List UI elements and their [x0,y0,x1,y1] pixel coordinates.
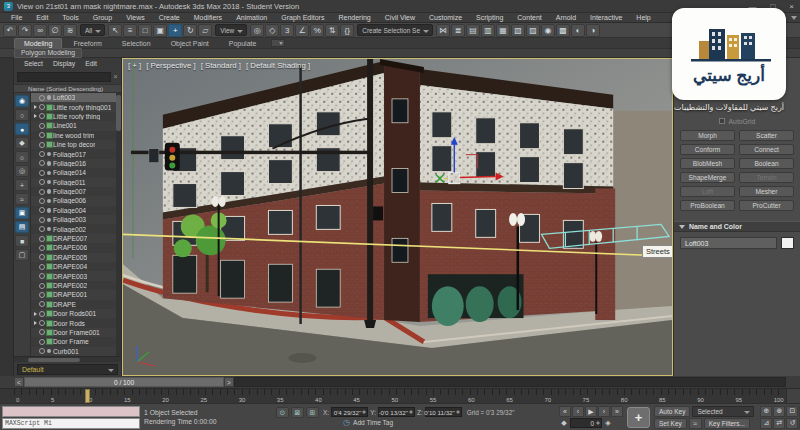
toggle-layer-explorer-icon[interactable]: ▥ [481,24,495,37]
select-object-icon[interactable]: ↖ [108,24,122,37]
play-icon[interactable]: ▶ [585,406,597,417]
menu-item[interactable]: Tools [55,14,85,21]
select-and-rotate-icon[interactable]: ↻ [183,24,197,37]
visibility-eye-icon[interactable] [38,236,45,242]
explorer-display-cameras-icon[interactable]: ◎ [15,165,29,177]
zoom-icon[interactable]: ⊕ [760,406,772,417]
menu-item[interactable]: Views [119,14,152,21]
explorer-row[interactable]: Foliage017 [31,149,121,158]
visibility-eye-icon[interactable] [38,160,45,166]
viewport-standard-button[interactable]: [ Standard ] [201,61,241,70]
explorer-row[interactable]: Foliage007 [31,187,121,196]
next-frame-arrow[interactable]: > [224,377,234,387]
compound-object-button[interactable]: BlobMesh [680,158,735,169]
ribbon-tab[interactable]: Freeform [64,39,110,48]
time-slider-handle[interactable]: 0 / 100 [24,377,224,387]
zoom-extents-icon[interactable]: ⊡ [786,406,798,417]
explorer-row[interactable]: Foliage004 [31,206,121,215]
align-icon[interactable]: ≣ [451,24,465,37]
time-slider-track[interactable] [234,377,786,387]
visibility-eye-icon[interactable] [38,179,45,185]
explorer-display-helpers-icon[interactable]: + [15,179,29,191]
z-coordinate-field[interactable]: 0'10 11/32" [425,407,462,417]
create-key-icon[interactable]: ◈ [603,419,613,427]
rendered-frame-window-icon[interactable]: ◐ [571,24,585,37]
explorer-row[interactable]: Foliage016 [31,159,121,168]
visibility-eye-icon[interactable] [38,264,45,270]
visibility-eye-icon[interactable] [38,283,45,289]
select-and-scale-icon[interactable]: ▱ [198,24,212,37]
fov-icon[interactable]: ⊿ [760,418,772,429]
menu-item[interactable]: Edit [29,14,55,21]
visibility-eye-icon[interactable] [38,207,45,213]
window-crossing-icon[interactable]: ▣ [153,24,167,37]
track-bar[interactable]: 0510152025303540455055606570758085909510… [0,388,800,403]
explorer-row[interactable]: DRAPE [31,300,121,309]
active-layer-dropdown[interactable]: Default [17,364,118,375]
select-and-link-icon[interactable]: ∞ [33,24,47,37]
explorer-row[interactable]: Foliage003 [31,215,121,224]
menu-item[interactable]: Help [629,14,657,21]
maxscript-mini-listener[interactable]: MAXScript Mi [2,406,140,429]
explorer-row[interactable]: Door Frame001 [31,328,121,337]
explorer-row[interactable]: DRAPE001 [31,290,121,299]
menu-item[interactable]: File [4,14,29,21]
explorer-row[interactable]: DRAPE007 [31,234,121,243]
menu-item[interactable]: Interactive [583,14,629,21]
compound-object-button[interactable]: Morph [680,130,735,141]
previous-frame-icon[interactable]: ‹ [572,406,584,417]
ribbon-tab[interactable]: Modeling [14,38,62,48]
viewport-shading-button[interactable]: [ Default Shading ] [246,61,310,70]
explorer-row[interactable]: Little roofy thing [31,112,121,121]
track-bar-options[interactable] [786,389,800,403]
explorer-row[interactable]: DRAPE006 [31,243,121,252]
explorer-row[interactable]: DRAPE005 [31,253,121,262]
select-and-move-icon[interactable]: + [168,24,182,37]
use-pivot-center-icon[interactable]: ◎ [250,24,264,37]
toggle-ribbon-icon[interactable]: ▦ [496,24,510,37]
explorer-row[interactable]: Foliage011 [31,178,121,187]
object-color-swatch[interactable] [781,237,794,249]
compound-object-button[interactable]: ProCutter [739,200,794,211]
compound-object-button[interactable]: Conform [680,144,735,155]
current-frame-field[interactable]: 0 [570,418,602,428]
autogrid-checkbox[interactable] [719,118,725,124]
explorer-display-geometry-icon[interactable]: ● [15,123,29,135]
explorer-row[interactable]: Curb001 [31,347,121,356]
explorer-row[interactable]: Foliage014 [31,168,121,177]
render-production-icon[interactable]: ◑ [586,24,600,37]
explorer-row[interactable]: Foliage002 [31,224,121,233]
x-coordinate-field[interactable]: 0'4 29/32" [331,407,368,417]
explorer-row[interactable]: Line001 [31,121,121,130]
menu-item[interactable]: Scripting [469,14,510,21]
explorer-display-materials-icon[interactable]: ■ [15,235,29,247]
explorer-display-groups-icon[interactable]: ▣ [15,207,29,219]
compound-object-button[interactable]: Boolean [739,158,794,169]
selection-filter-dropdown[interactable]: All [80,24,105,36]
visibility-eye-icon[interactable] [38,151,45,157]
listener-macro-line[interactable] [2,406,140,417]
explorer-search-input[interactable] [17,72,111,82]
menu-overflow-icon[interactable] [791,16,797,20]
explorer-display-containers-icon[interactable]: ▢ [15,249,29,261]
mirror-icon[interactable]: ⋈ [436,24,450,37]
set-keys-button[interactable]: + [627,407,650,428]
key-mode-icon[interactable]: ◆ [559,419,569,427]
listener-script-line[interactable]: MAXScript Mi [2,418,140,429]
visibility-eye-icon[interactable] [38,142,45,148]
compound-object-button[interactable]: ProBoolean [680,200,735,211]
y-coordinate-field[interactable]: -0'0 13/32" [378,407,415,417]
menu-item[interactable]: Graph Editors [274,14,331,21]
explorer-row[interactable]: Little roofy thing001 [31,102,121,111]
auto-key-button[interactable]: Auto Key [654,406,690,417]
explorer-row[interactable]: Loft003 [31,93,121,102]
ribbon-config-icon[interactable] [271,39,285,47]
polygon-modeling-panel[interactable]: Polygon Modeling [14,48,82,58]
percent-snap-icon[interactable]: % [310,24,324,37]
current-frame-marker[interactable] [85,389,90,403]
set-key-button[interactable]: Set Key [654,418,687,429]
add-time-tag-button[interactable]: Add Time Tag [353,419,393,426]
orbit-icon[interactable]: ↺ [786,418,798,429]
menu-item[interactable]: Civil View [378,14,422,21]
pan-icon[interactable]: ⇄ [773,418,785,429]
